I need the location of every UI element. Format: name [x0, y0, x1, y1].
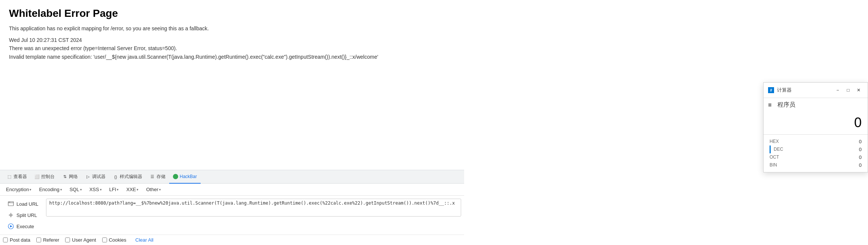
main-content: Whitelabel Error Page This application h… — [0, 0, 464, 68]
error-line2: Invalid template name specification: 'us… — [9, 53, 455, 61]
timestamp: Wed Jul 10 20:27:31 CST 2024 — [9, 36, 455, 44]
page-title: Whitelabel Error Page — [9, 7, 455, 19]
error-detail: Wed Jul 10 20:27:31 CST 2024 There was a… — [9, 36, 455, 61]
error-line1: There was an unexpected error (type=Inte… — [9, 44, 455, 52]
error-description: This application has no explicit mapping… — [9, 25, 455, 31]
